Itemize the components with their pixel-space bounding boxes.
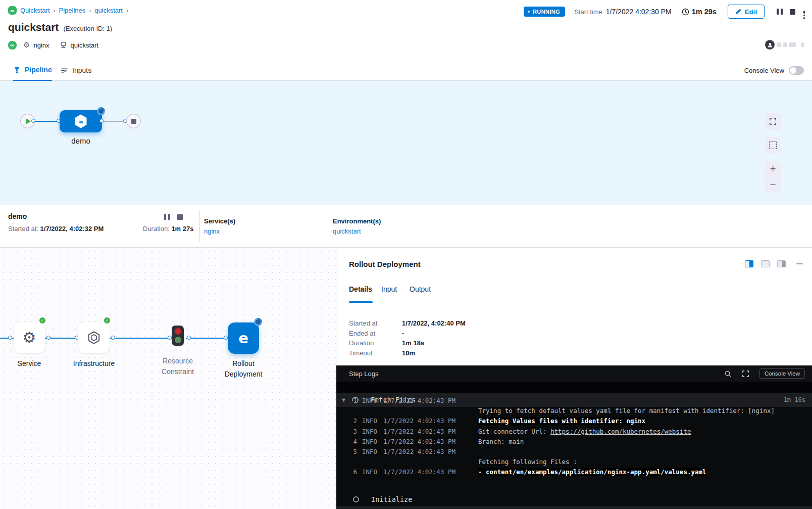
zoom-out-button[interactable]: − bbox=[770, 179, 776, 190]
log-line: Trying to fetch default values yaml file… bbox=[349, 406, 807, 416]
step-logs-title: Step Logs bbox=[349, 370, 379, 378]
inputs-icon bbox=[61, 67, 68, 74]
pause-stage-button[interactable] bbox=[164, 214, 170, 220]
tab-inputs[interactable]: Inputs bbox=[61, 60, 91, 81]
chevron-right-icon: › bbox=[89, 7, 91, 14]
console-view-toggle[interactable] bbox=[789, 66, 804, 75]
pause-button[interactable] bbox=[777, 9, 783, 15]
cd-stage-icon: ∞ bbox=[73, 113, 89, 129]
step-label-rollout-deployment: Rollout Deployment bbox=[217, 358, 270, 380]
play-icon bbox=[26, 118, 31, 124]
tab-output[interactable]: Output bbox=[410, 285, 431, 293]
more-options-button[interactable] bbox=[803, 10, 805, 14]
harness-cd-module-icon: ∞ bbox=[8, 6, 17, 15]
user-avatar-icon[interactable] bbox=[765, 40, 775, 50]
log-section-initialize[interactable]: Initialize bbox=[336, 492, 812, 506]
harness-logo-icon: e bbox=[238, 330, 248, 347]
user-info[interactable] bbox=[765, 40, 804, 50]
pending-circle-icon bbox=[353, 496, 359, 502]
stop-button[interactable] bbox=[790, 9, 795, 15]
step-node-resource-constraint[interactable] bbox=[172, 326, 184, 346]
layout-right-panel-icon[interactable] bbox=[745, 260, 753, 267]
tab-details[interactable]: Details bbox=[349, 285, 372, 293]
environment-link[interactable]: quickstart bbox=[333, 227, 381, 235]
log-lines: 1INFO1/7/2022 4:02:43 PM Trying to fetch… bbox=[349, 396, 807, 478]
log-line: 5INFO1/7/2022 4:02:43 PM bbox=[349, 447, 807, 457]
status-badge: RUNNING bbox=[524, 7, 565, 17]
duration-value: 1m 27s bbox=[171, 225, 193, 233]
step-details-list: Started at1/7/2022, 4:02:40 PM Ended at-… bbox=[349, 318, 466, 358]
redacted-username bbox=[777, 42, 781, 47]
log-line: 4INFO1/7/2022 4:02:43 PMBranch: main bbox=[349, 437, 807, 447]
logs-console-view-button[interactable]: Console View bbox=[759, 368, 805, 379]
layout-split-panel-icon[interactable] bbox=[777, 260, 786, 267]
log-line: 6INFO1/7/2022 4:02:43 PM- content/en/exa… bbox=[349, 467, 807, 477]
stop-stage-button[interactable] bbox=[177, 214, 183, 220]
step-logs-header: Step Logs Console View bbox=[336, 365, 812, 382]
zoom-in-button[interactable]: + bbox=[770, 164, 776, 174]
view-tab-bar: Pipeline Inputs Console View bbox=[0, 60, 812, 81]
app-header: ∞ Quickstart › Pipelines › quickstart › … bbox=[0, 0, 812, 60]
console-view-label: Console View bbox=[744, 67, 784, 74]
next-section-strip bbox=[336, 506, 812, 509]
layout-bottom-panel-icon[interactable] bbox=[761, 260, 770, 267]
breadcrumb: ∞ Quickstart › Pipelines › quickstart › bbox=[8, 6, 128, 15]
svg-text:∞: ∞ bbox=[78, 118, 84, 125]
traffic-light-red-icon bbox=[175, 328, 181, 335]
status-dot-icon bbox=[528, 11, 530, 13]
page-title: quickstart bbox=[8, 21, 59, 33]
breadcrumb-link-pipelines[interactable]: Pipelines bbox=[59, 7, 86, 14]
clock-icon bbox=[682, 8, 689, 16]
log-line: 3INFO1/7/2022 4:02:43 PMGit connector Ur… bbox=[349, 427, 807, 437]
fullscreen-icon[interactable] bbox=[742, 370, 749, 378]
panel-layout-controls bbox=[745, 260, 803, 267]
fullscreen-button[interactable] bbox=[765, 113, 781, 130]
marquee-icon bbox=[769, 142, 777, 149]
tab-input[interactable]: Input bbox=[381, 285, 397, 293]
minimize-panel-icon[interactable] bbox=[796, 263, 803, 265]
step-node-service[interactable]: ⚙ bbox=[14, 322, 45, 353]
edit-button[interactable]: Edit bbox=[728, 5, 765, 19]
step-label-service: Service bbox=[6, 358, 53, 369]
service-tag: nginx bbox=[33, 41, 49, 49]
tab-pipeline[interactable]: Pipeline bbox=[13, 60, 52, 81]
execution-id: (Execution ID: 1) bbox=[63, 25, 112, 32]
breadcrumb-link-pipeline-name[interactable]: quickstart bbox=[94, 7, 123, 14]
git-connector-link[interactable]: https://github.com/kubernetes/website bbox=[550, 428, 691, 435]
stage-node-demo[interactable]: ∞ bbox=[60, 110, 102, 132]
search-icon[interactable] bbox=[724, 370, 732, 378]
redacted-username bbox=[789, 42, 796, 47]
environment-tag: quickstart bbox=[71, 41, 99, 49]
gear-icon: ⚙ bbox=[23, 330, 36, 345]
canvas-controls: + − bbox=[765, 113, 781, 193]
started-at-value: 1/7/2022, 4:02:32 PM bbox=[40, 225, 104, 233]
harness-cd-module-icon: ∞ bbox=[8, 41, 17, 50]
pencil-icon bbox=[735, 9, 741, 15]
step-node-infrastructure[interactable] bbox=[78, 322, 110, 353]
stop-square-icon bbox=[131, 119, 136, 124]
marquee-select-button[interactable] bbox=[765, 137, 781, 154]
pipeline-end-node bbox=[126, 114, 141, 128]
elapsed-time: 1m 29s bbox=[682, 8, 717, 16]
duration-label: Duration: bbox=[143, 225, 170, 233]
started-at-label: Started at: bbox=[8, 225, 38, 233]
pipeline-icon bbox=[13, 66, 21, 74]
step-node-rollout-deployment[interactable]: e bbox=[228, 322, 259, 354]
log-line: 1INFO1/7/2022 4:02:43 PM bbox=[349, 396, 807, 406]
log-line: Fetching following Files : bbox=[349, 457, 807, 467]
environment-icon bbox=[60, 41, 67, 49]
chevron-right-icon: › bbox=[126, 7, 128, 14]
gear-icon: ⚙ bbox=[23, 40, 30, 50]
start-time-value: 1/7/2022 4:02:30 PM bbox=[606, 8, 672, 16]
tags-row: ∞ ⚙ nginx quickstart bbox=[8, 40, 98, 50]
service-link[interactable]: nginx bbox=[204, 227, 235, 235]
breadcrumb-link-quickstart[interactable]: Quickstart bbox=[20, 7, 50, 14]
log-line: 2INFO1/7/2022 4:02:43 PMFetching Values … bbox=[349, 416, 807, 426]
fullscreen-icon bbox=[769, 118, 777, 125]
success-check-icon: ✓ bbox=[38, 316, 46, 325]
start-time-label: Start time bbox=[574, 8, 602, 16]
execution-graph-canvas[interactable]: ⚙ ✓ Service ✓ Infrastructure Resource Co… bbox=[0, 248, 336, 509]
step-label-resource-constraint: Resource Constraint bbox=[151, 356, 204, 377]
success-check-icon: ✓ bbox=[103, 316, 111, 325]
pipeline-canvas[interactable]: ∞ demo + − bbox=[0, 81, 812, 205]
